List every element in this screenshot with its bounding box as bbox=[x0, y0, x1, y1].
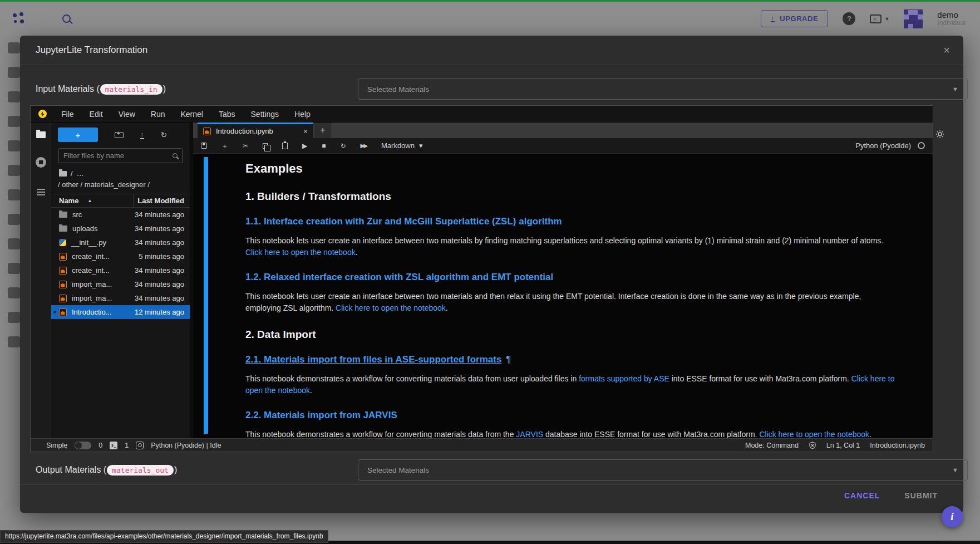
menu-edit[interactable]: Edit bbox=[82, 106, 111, 122]
heading-link-1-2[interactable]: 1.2. Relaxed interface creation with ZSL… bbox=[245, 272, 897, 283]
open-notebook-link[interactable]: Click here to open the notebook bbox=[245, 248, 356, 257]
active-file-name[interactable]: Introduction.ipynb bbox=[870, 442, 925, 449]
table-of-contents-icon[interactable] bbox=[37, 189, 45, 190]
jarvis-link[interactable]: JARVIS bbox=[516, 430, 543, 438]
new-folder-icon[interactable] bbox=[115, 132, 124, 138]
running-sessions-icon[interactable] bbox=[36, 157, 46, 168]
restart-kernel-icon[interactable]: ↻ bbox=[341, 143, 346, 149]
kernel-status-text[interactable]: Python (Pyodide) | Idle bbox=[151, 442, 221, 449]
divider bbox=[20, 65, 963, 65]
kernel-status-icon[interactable] bbox=[918, 142, 925, 149]
filter-files-input[interactable] bbox=[63, 151, 173, 160]
breadcrumb[interactable]: / … bbox=[59, 169, 190, 178]
menu-view[interactable]: View bbox=[111, 106, 143, 122]
file-row[interactable]: import_ma... 34 minutes ago bbox=[51, 277, 190, 291]
user-avatar[interactable] bbox=[904, 9, 923, 28]
file-row[interactable]: src 34 minutes ago bbox=[51, 208, 190, 222]
terminals-count[interactable]: 0 bbox=[99, 442, 102, 449]
console-menu[interactable]: >_ ▼ bbox=[870, 14, 889, 23]
save-icon[interactable] bbox=[201, 143, 207, 149]
file-row[interactable]: create_int... 5 minutes ago bbox=[51, 249, 190, 263]
new-tab-button[interactable]: + bbox=[314, 122, 331, 138]
output-materials-code-chip: materials_out bbox=[107, 465, 174, 476]
heading-link-text[interactable]: 1.1. Interface creation with Zur and McG… bbox=[245, 216, 562, 227]
heading-link-text[interactable]: 2.2. Materials import from JARVIS bbox=[245, 410, 397, 420]
file-row-selected[interactable]: Introductio... 12 minutes ago bbox=[51, 305, 190, 319]
close-icon[interactable]: × bbox=[943, 44, 950, 57]
kernel-name[interactable]: Python (Pyodide) bbox=[855, 141, 911, 150]
text: database into ESSE format for use with M… bbox=[543, 430, 759, 438]
upgrade-button[interactable]: ↑ UPGRADE bbox=[761, 10, 828, 27]
breadcrumb-path[interactable]: / other / materials_designer / bbox=[58, 180, 190, 189]
menu-settings[interactable]: Settings bbox=[243, 106, 287, 122]
upload-icon[interactable]: ↑ bbox=[140, 131, 144, 139]
column-name[interactable]: Name ▲ bbox=[59, 197, 92, 205]
help-icon[interactable]: ? bbox=[843, 12, 855, 25]
output-selected-materials-select[interactable]: Selected Materials ▼ bbox=[358, 459, 968, 481]
tab-title: Introduction.ipynb bbox=[216, 127, 298, 135]
file-modified: 34 minutes ago bbox=[135, 238, 184, 247]
file-row[interactable]: create_int... 34 minutes ago bbox=[51, 263, 190, 277]
new-launcher-button[interactable]: + bbox=[58, 128, 98, 142]
menu-run[interactable]: Run bbox=[143, 106, 173, 122]
status-bar: Simple 0 $_ 1 Python (Pyodide) | Idle Mo… bbox=[31, 438, 933, 452]
open-notebook-link[interactable]: Click here to open the notebook bbox=[759, 430, 869, 438]
run-icon[interactable]: ▶ bbox=[302, 143, 307, 149]
notebook-content[interactable]: Examples 1. Builders / Transformations 1… bbox=[193, 154, 933, 438]
tab-introduction-ipynb[interactable]: Introduction.ipynb × bbox=[198, 122, 313, 138]
menu-tabs[interactable]: Tabs bbox=[211, 106, 243, 122]
input-label-prefix: Input Materials ( bbox=[36, 84, 100, 94]
refresh-icon[interactable]: ↻ bbox=[161, 131, 168, 139]
file-row[interactable]: import_ma... 34 minutes ago bbox=[51, 291, 190, 305]
chevron-down-icon: ▼ bbox=[884, 16, 889, 22]
home-folder-icon[interactable] bbox=[59, 171, 67, 177]
heading-link-text[interactable]: 1.2. Relaxed interface creation with ZSL… bbox=[245, 272, 553, 282]
column-divider bbox=[133, 194, 134, 207]
info-fab-button[interactable]: i bbox=[942, 506, 963, 527]
menu-kernel[interactable]: Kernel bbox=[173, 106, 210, 122]
stop-icon[interactable]: ■ bbox=[322, 143, 326, 149]
column-last-modified[interactable]: Last Modified bbox=[137, 197, 184, 205]
menu-help[interactable]: Help bbox=[287, 106, 318, 122]
file-modified: 34 minutes ago bbox=[135, 210, 184, 219]
submit-button[interactable]: SUBMIT bbox=[904, 491, 938, 500]
kernels-count[interactable]: 1 bbox=[125, 442, 129, 449]
menu-file[interactable]: File bbox=[53, 106, 82, 122]
status-bar-left: Simple 0 $_ 1 Python (Pyodide) | Idle bbox=[46, 442, 221, 449]
open-notebook-link[interactable]: Click here to open the notebook bbox=[336, 303, 446, 312]
settings-gear-icon[interactable] bbox=[935, 129, 945, 141]
cut-icon[interactable]: ✂ bbox=[243, 143, 248, 149]
file-name: create_int... bbox=[72, 266, 110, 275]
breadcrumb-ellipsis[interactable]: … bbox=[77, 169, 84, 178]
simple-mode-toggle[interactable] bbox=[75, 442, 91, 449]
mode-indicator[interactable]: Mode: Command bbox=[745, 442, 799, 449]
topbar-right: ↑ UPGRADE ? >_ ▼ demo Individual bbox=[761, 9, 966, 28]
restart-run-all-icon[interactable]: ▶▶ bbox=[361, 143, 367, 149]
heading-link-1-1[interactable]: 1.1. Interface creation with Zur and McG… bbox=[245, 216, 897, 227]
insert-cell-icon[interactable]: ＋ bbox=[221, 143, 228, 149]
input-selected-materials-select[interactable]: Selected Materials ▼ bbox=[358, 79, 968, 100]
file-browser-toolbar: + ↑ ↻ bbox=[51, 122, 190, 143]
cursor-position[interactable]: Ln 1, Col 1 bbox=[826, 442, 860, 449]
cancel-button[interactable]: CANCEL bbox=[844, 491, 880, 500]
notebook-file-icon bbox=[59, 295, 67, 302]
search-icon[interactable] bbox=[62, 14, 71, 23]
dialog-title: JupyterLite Transformation bbox=[36, 45, 147, 56]
cell-type-select[interactable]: Markdown ▾ bbox=[381, 141, 423, 150]
copy-icon[interactable] bbox=[263, 143, 268, 149]
file-row[interactable]: __init__.py 34 minutes ago bbox=[51, 236, 190, 249]
heading-link-2-1[interactable]: 2.1. Materials import from files in ASE-… bbox=[245, 354, 897, 365]
paste-icon[interactable] bbox=[282, 143, 288, 149]
cell-type-value: Markdown bbox=[381, 141, 415, 150]
ase-formats-link[interactable]: formats supported by ASE bbox=[579, 374, 669, 383]
search-icon bbox=[173, 153, 178, 158]
anchor-pilcrow-icon[interactable]: ¶ bbox=[506, 354, 511, 365]
file-browser-icon[interactable] bbox=[36, 131, 46, 138]
file-row[interactable]: uploads 34 minutes ago bbox=[51, 222, 190, 236]
mat3ra-logo-icon[interactable] bbox=[12, 12, 26, 26]
heading-link-text[interactable]: 2.1. Materials import from files in ASE-… bbox=[245, 354, 501, 365]
user-block[interactable]: demo Individual bbox=[937, 10, 966, 27]
filter-files-field[interactable] bbox=[58, 148, 183, 163]
close-icon[interactable]: × bbox=[303, 127, 308, 136]
heading-link-2-2[interactable]: 2.2. Materials import from JARVIS bbox=[245, 410, 897, 421]
